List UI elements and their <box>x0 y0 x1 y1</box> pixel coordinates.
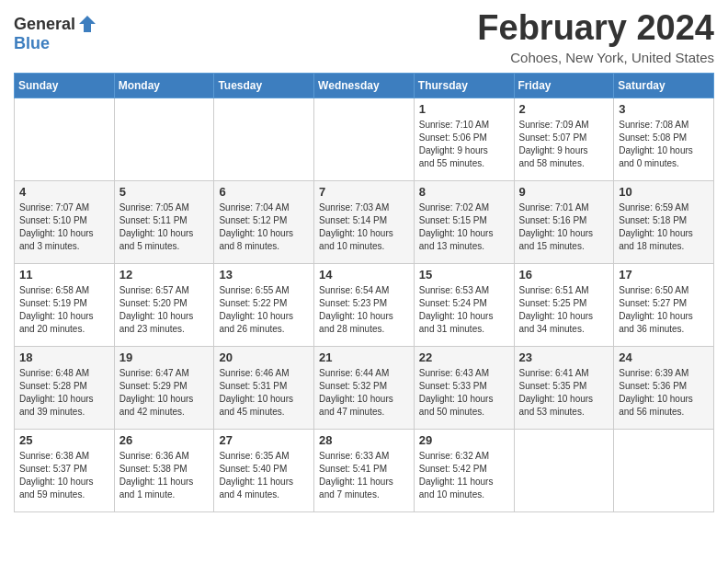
title-area: February 2024 Cohoes, New York, United S… <box>477 9 714 65</box>
weekday-header-row: SundayMondayTuesdayWednesdayThursdayFrid… <box>15 73 714 98</box>
day-number: 29 <box>419 433 509 447</box>
day-info: Sunrise: 6:36 AM Sunset: 5:38 PM Dayligh… <box>119 450 210 501</box>
day-info: Sunrise: 6:54 AM Sunset: 5:23 PM Dayligh… <box>319 284 409 336</box>
day-number: 17 <box>619 268 709 282</box>
day-number: 8 <box>419 185 509 199</box>
weekday-header-saturday: Saturday <box>614 73 714 98</box>
day-number: 26 <box>119 433 210 447</box>
calendar-week-4: 18Sunrise: 6:48 AM Sunset: 5:28 PM Dayli… <box>15 346 714 429</box>
page-header: General Blue February 2024 Cohoes, New Y… <box>14 9 714 65</box>
day-info: Sunrise: 6:46 AM Sunset: 5:31 PM Dayligh… <box>219 367 309 419</box>
calendar-cell <box>214 98 314 180</box>
calendar-cell: 5Sunrise: 7:05 AM Sunset: 5:11 PM Daylig… <box>114 180 214 263</box>
day-info: Sunrise: 6:44 AM Sunset: 5:32 PM Dayligh… <box>319 367 409 419</box>
weekday-header-sunday: Sunday <box>15 73 115 98</box>
calendar-week-3: 11Sunrise: 6:58 AM Sunset: 5:19 PM Dayli… <box>15 263 714 346</box>
day-info: Sunrise: 7:04 AM Sunset: 5:12 PM Dayligh… <box>219 201 309 253</box>
day-number: 1 <box>419 102 509 116</box>
calendar-cell: 22Sunrise: 6:43 AM Sunset: 5:33 PM Dayli… <box>414 346 514 429</box>
calendar-cell: 7Sunrise: 7:03 AM Sunset: 5:14 PM Daylig… <box>314 180 415 263</box>
calendar-table: SundayMondayTuesdayWednesdayThursdayFrid… <box>14 73 714 512</box>
calendar-cell: 1Sunrise: 7:10 AM Sunset: 5:06 PM Daylig… <box>414 98 514 180</box>
day-number: 21 <box>319 350 409 364</box>
calendar-cell <box>314 98 415 180</box>
month-title: February 2024 <box>477 9 714 48</box>
day-number: 9 <box>519 185 609 199</box>
day-info: Sunrise: 6:35 AM Sunset: 5:40 PM Dayligh… <box>219 450 309 501</box>
calendar-cell: 11Sunrise: 6:58 AM Sunset: 5:19 PM Dayli… <box>15 263 115 346</box>
calendar-cell <box>614 429 714 511</box>
logo: General Blue <box>14 9 97 53</box>
weekday-header-friday: Friday <box>514 73 614 98</box>
day-number: 12 <box>119 268 210 282</box>
day-number: 6 <box>219 185 309 199</box>
calendar-cell: 26Sunrise: 6:36 AM Sunset: 5:38 PM Dayli… <box>114 429 214 511</box>
day-number: 20 <box>219 350 309 364</box>
calendar-cell: 14Sunrise: 6:54 AM Sunset: 5:23 PM Dayli… <box>314 263 415 346</box>
calendar-cell: 23Sunrise: 6:41 AM Sunset: 5:35 PM Dayli… <box>514 346 614 429</box>
calendar-cell: 24Sunrise: 6:39 AM Sunset: 5:36 PM Dayli… <box>614 346 714 429</box>
day-info: Sunrise: 6:38 AM Sunset: 5:37 PM Dayligh… <box>19 450 109 501</box>
weekday-header-monday: Monday <box>114 73 214 98</box>
calendar-cell <box>15 98 115 180</box>
weekday-header-wednesday: Wednesday <box>314 73 415 98</box>
logo-blue: Blue <box>14 34 50 52</box>
day-info: Sunrise: 6:48 AM Sunset: 5:28 PM Dayligh… <box>19 367 109 419</box>
calendar-cell: 21Sunrise: 6:44 AM Sunset: 5:32 PM Dayli… <box>314 346 415 429</box>
day-number: 5 <box>119 185 210 199</box>
calendar-cell: 15Sunrise: 6:53 AM Sunset: 5:24 PM Dayli… <box>414 263 514 346</box>
day-number: 24 <box>619 350 709 364</box>
day-info: Sunrise: 7:09 AM Sunset: 5:07 PM Dayligh… <box>519 119 609 170</box>
day-info: Sunrise: 6:39 AM Sunset: 5:36 PM Dayligh… <box>619 367 709 419</box>
logo-general: General <box>14 15 75 34</box>
day-number: 27 <box>219 433 309 447</box>
calendar-cell: 4Sunrise: 7:07 AM Sunset: 5:10 PM Daylig… <box>15 180 115 263</box>
calendar-cell: 13Sunrise: 6:55 AM Sunset: 5:22 PM Dayli… <box>214 263 314 346</box>
day-info: Sunrise: 6:50 AM Sunset: 5:27 PM Dayligh… <box>619 284 709 336</box>
day-info: Sunrise: 6:57 AM Sunset: 5:20 PM Dayligh… <box>119 284 210 336</box>
calendar-cell: 3Sunrise: 7:08 AM Sunset: 5:08 PM Daylig… <box>614 98 714 180</box>
location: Cohoes, New York, United States <box>477 50 714 65</box>
day-info: Sunrise: 6:33 AM Sunset: 5:41 PM Dayligh… <box>319 450 409 501</box>
day-number: 16 <box>519 268 609 282</box>
day-info: Sunrise: 6:58 AM Sunset: 5:19 PM Dayligh… <box>19 284 109 336</box>
day-info: Sunrise: 6:47 AM Sunset: 5:29 PM Dayligh… <box>119 367 210 419</box>
day-info: Sunrise: 6:53 AM Sunset: 5:24 PM Dayligh… <box>419 284 509 336</box>
calendar-week-5: 25Sunrise: 6:38 AM Sunset: 5:37 PM Dayli… <box>15 429 714 511</box>
calendar-cell: 8Sunrise: 7:02 AM Sunset: 5:15 PM Daylig… <box>414 180 514 263</box>
day-info: Sunrise: 6:32 AM Sunset: 5:42 PM Dayligh… <box>419 450 509 501</box>
day-info: Sunrise: 6:55 AM Sunset: 5:22 PM Dayligh… <box>219 284 309 336</box>
calendar-cell: 19Sunrise: 6:47 AM Sunset: 5:29 PM Dayli… <box>114 346 214 429</box>
day-info: Sunrise: 7:10 AM Sunset: 5:06 PM Dayligh… <box>419 119 509 170</box>
day-number: 11 <box>19 268 109 282</box>
day-info: Sunrise: 7:07 AM Sunset: 5:10 PM Dayligh… <box>19 201 109 253</box>
weekday-header-thursday: Thursday <box>414 73 514 98</box>
calendar-week-1: 1Sunrise: 7:10 AM Sunset: 5:06 PM Daylig… <box>15 98 714 180</box>
calendar-cell: 18Sunrise: 6:48 AM Sunset: 5:28 PM Dayli… <box>15 346 115 429</box>
day-info: Sunrise: 6:43 AM Sunset: 5:33 PM Dayligh… <box>419 367 509 419</box>
calendar-cell: 9Sunrise: 7:01 AM Sunset: 5:16 PM Daylig… <box>514 180 614 263</box>
calendar-cell: 17Sunrise: 6:50 AM Sunset: 5:27 PM Dayli… <box>614 263 714 346</box>
svg-marker-0 <box>79 16 96 32</box>
calendar-cell: 20Sunrise: 6:46 AM Sunset: 5:31 PM Dayli… <box>214 346 314 429</box>
calendar-cell: 16Sunrise: 6:51 AM Sunset: 5:25 PM Dayli… <box>514 263 614 346</box>
day-info: Sunrise: 7:08 AM Sunset: 5:08 PM Dayligh… <box>619 119 709 170</box>
calendar-cell <box>114 98 214 180</box>
day-number: 23 <box>519 350 609 364</box>
day-info: Sunrise: 6:51 AM Sunset: 5:25 PM Dayligh… <box>519 284 609 336</box>
day-number: 15 <box>419 268 509 282</box>
day-info: Sunrise: 6:41 AM Sunset: 5:35 PM Dayligh… <box>519 367 609 419</box>
day-number: 14 <box>319 268 409 282</box>
day-info: Sunrise: 7:01 AM Sunset: 5:16 PM Dayligh… <box>519 201 609 253</box>
day-number: 19 <box>119 350 210 364</box>
day-number: 25 <box>19 433 109 447</box>
day-number: 18 <box>19 350 109 364</box>
day-number: 28 <box>319 433 409 447</box>
weekday-header-tuesday: Tuesday <box>214 73 314 98</box>
calendar-cell: 2Sunrise: 7:09 AM Sunset: 5:07 PM Daylig… <box>514 98 614 180</box>
day-number: 10 <box>619 185 709 199</box>
day-number: 3 <box>619 102 709 116</box>
calendar-cell: 29Sunrise: 6:32 AM Sunset: 5:42 PM Dayli… <box>414 429 514 511</box>
day-info: Sunrise: 7:05 AM Sunset: 5:11 PM Dayligh… <box>119 201 210 253</box>
calendar-cell: 28Sunrise: 6:33 AM Sunset: 5:41 PM Dayli… <box>314 429 415 511</box>
